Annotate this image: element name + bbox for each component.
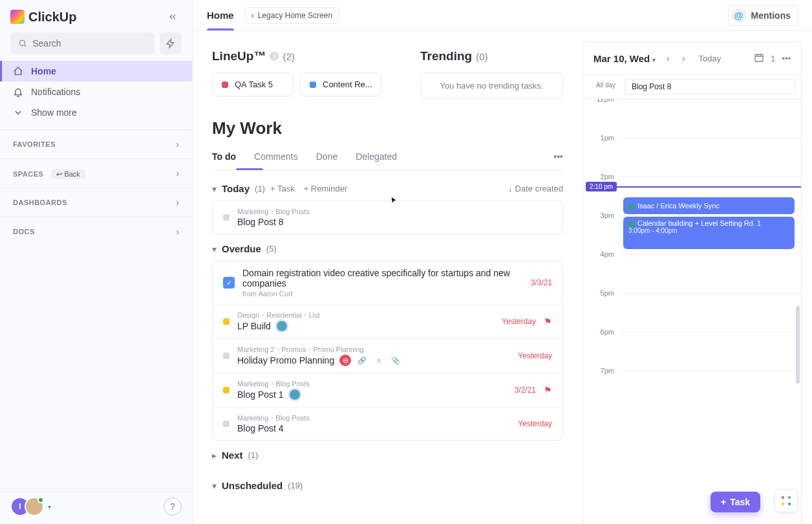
quick-action-button[interactable]	[160, 32, 182, 54]
info-icon[interactable]: i	[270, 52, 279, 61]
now-indicator: 2:10 pm	[583, 182, 801, 191]
chevron-right-icon: ›	[176, 168, 179, 179]
breadcrumb: Marketing› Blog Posts	[237, 380, 507, 388]
task-name: LP Build	[237, 321, 271, 331]
status-icon	[222, 82, 228, 88]
hour-label: 12pm	[583, 99, 619, 134]
calendar-icon[interactable]	[754, 52, 764, 65]
lineup-card-label: QA Task 5	[235, 80, 273, 89]
flag-icon[interactable]: ⚑	[544, 385, 552, 395]
chevron-right-icon: ›	[176, 197, 179, 208]
legacy-home-button[interactable]: ‹ Legacy Home Screen	[244, 7, 339, 24]
apps-fab[interactable]	[775, 489, 798, 512]
scrollbar[interactable]	[796, 306, 800, 384]
status-icon[interactable]	[223, 214, 230, 221]
calendar-grid[interactable]: 12pm 1pm 2pm 3pm 4pm 5pm 6pm 7pm 2:10 pm…	[583, 99, 801, 524]
allday-label: All day	[583, 75, 619, 98]
add-task-button[interactable]: + Task	[270, 184, 295, 193]
app-logo[interactable]: ClickUp	[10, 10, 76, 25]
prev-day-button[interactable]: ‹	[661, 51, 675, 65]
task-row[interactable]: Marketing 2› Promos› Promo Planning Holi…	[213, 339, 562, 373]
group-today-title: Today	[222, 183, 250, 194]
blocked-icon: ⊖	[339, 355, 351, 366]
mentions-button[interactable]: @ Mentions	[729, 5, 798, 26]
status-icon[interactable]	[223, 318, 230, 325]
bolt-icon	[166, 38, 176, 49]
status-icon[interactable]	[223, 387, 230, 393]
search-input[interactable]	[32, 38, 147, 49]
group-next-count: (1)	[248, 450, 259, 460]
status-icon[interactable]	[223, 420, 230, 427]
tab-comments[interactable]: Comments	[254, 151, 298, 169]
attachment-icon[interactable]: 📎	[390, 355, 401, 366]
section-docs[interactable]: DOCS ›	[0, 217, 192, 246]
nav-notifications[interactable]: Notifications	[0, 82, 192, 102]
lineup-card-label: Content Re...	[323, 80, 372, 89]
task-name: Domain registration video creative speci…	[242, 268, 523, 289]
topbar-home-tab[interactable]: Home	[207, 10, 234, 21]
user-menu[interactable]: I ▾	[10, 497, 51, 516]
hour-label: 7pm	[583, 367, 619, 406]
chevron-right-icon: ›	[176, 139, 179, 149]
now-time: 2:10 pm	[586, 182, 617, 191]
next-day-button[interactable]: ›	[676, 51, 690, 65]
allday-event[interactable]: Blog Post 8	[625, 79, 796, 94]
sort-button[interactable]: ↓ Date created	[508, 184, 563, 193]
assignee-avatar[interactable]	[276, 320, 288, 332]
dashboards-label: DASHBOARDS	[13, 199, 67, 206]
section-spaces[interactable]: SPACES ↩ Back ›	[0, 158, 192, 188]
group-toggle[interactable]: ▾	[212, 184, 217, 194]
flag-icon[interactable]: ⚑	[544, 316, 552, 327]
svg-point-5	[788, 503, 791, 505]
task-row[interactable]: ✓ Domain registration video creative spe…	[213, 261, 562, 305]
hour-label: 4pm	[583, 250, 619, 289]
assignee-avatar[interactable]	[289, 389, 301, 400]
lineup-card[interactable]: QA Task 5	[212, 72, 294, 96]
calendar-date[interactable]: Mar 10, Wed ▾	[593, 53, 656, 64]
nav-home[interactable]: Home	[0, 61, 192, 82]
nav-show-more[interactable]: Show more	[0, 102, 192, 123]
group-toggle[interactable]: ▾	[212, 481, 217, 491]
task-row[interactable]: Marketing› Blog Posts Blog Post 1 3/2/21…	[213, 373, 562, 408]
event-status-icon	[628, 204, 634, 210]
link-icon[interactable]: 🔗	[356, 355, 368, 366]
section-dashboards[interactable]: DASHBOARDS ›	[0, 188, 192, 217]
group-overdue-title: Overdue	[222, 243, 261, 254]
group-toggle[interactable]: ▾	[212, 244, 217, 254]
back-chip[interactable]: ↩ Back	[51, 169, 85, 179]
new-task-fab[interactable]: + Task	[710, 492, 760, 512]
search-input-container[interactable]	[10, 32, 155, 54]
task-row[interactable]: Design› Residential› List LP Build Yeste…	[213, 305, 562, 339]
search-icon	[18, 38, 27, 49]
tab-done[interactable]: Done	[316, 151, 337, 169]
section-favorites[interactable]: FAVORITES ›	[0, 129, 192, 158]
more-button[interactable]: •••	[782, 54, 791, 63]
task-name: Blog Post 1	[237, 389, 284, 400]
group-toggle[interactable]: ▸	[212, 450, 217, 461]
day-count: 1	[771, 54, 775, 63]
list-icon[interactable]: ≡	[373, 355, 385, 366]
status-icon[interactable]	[223, 353, 230, 359]
hour-label: 2pm	[583, 173, 619, 212]
task-from: from Aaron Cort	[242, 290, 523, 298]
question-icon: ?	[170, 501, 175, 512]
calendar-event[interactable]: Calendar building + Level Setting Rd. 1 …	[623, 217, 795, 249]
calendar-event[interactable]: Isaac / Erica Weekly Sync	[623, 197, 795, 214]
breadcrumb: Marketing 2› Promos› Promo Planning	[237, 345, 510, 353]
tabs-more-button[interactable]: •••	[553, 151, 563, 169]
at-icon: @	[732, 8, 746, 23]
tab-delegated[interactable]: Delegated	[356, 151, 397, 169]
breadcrumb: Marketing› Blog Posts	[237, 208, 552, 215]
spaces-label: SPACES	[13, 170, 43, 178]
task-row[interactable]: Marketing› Blog Posts Blog Post 4 Yester…	[213, 408, 562, 440]
task-row[interactable]: Marketing› Blog Posts Blog Post 8	[213, 201, 562, 234]
help-button[interactable]: ?	[164, 497, 182, 516]
today-button[interactable]: Today	[698, 54, 721, 63]
status-icon	[310, 82, 316, 88]
docs-label: DOCS	[13, 228, 35, 235]
task-date: 3/2/21	[515, 386, 536, 395]
tab-todo[interactable]: To do	[212, 151, 236, 169]
add-reminder-button[interactable]: + Reminder	[304, 184, 348, 193]
collapse-sidebar-button[interactable]	[164, 8, 182, 26]
lineup-card[interactable]: Content Re...	[300, 72, 381, 96]
